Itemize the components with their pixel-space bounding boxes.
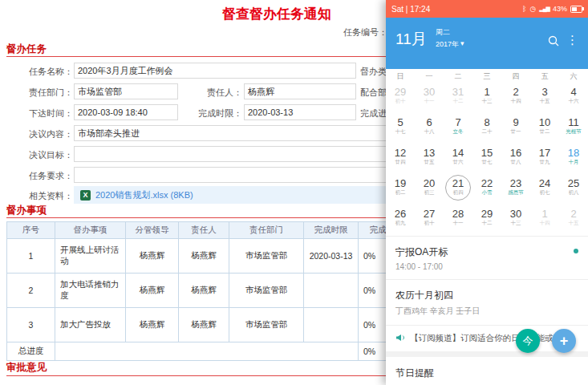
day-lunar-label: 立冬 <box>448 128 468 136</box>
deadline-label: 完成时限： <box>198 107 242 120</box>
day-lunar-label: 廿一 <box>505 128 526 136</box>
deadline-input[interactable] <box>244 104 356 120</box>
day-number: 30 <box>415 86 444 98</box>
search-icon[interactable] <box>548 35 559 50</box>
calendar-day[interactable]: 9廿一 <box>501 114 530 144</box>
task-no-label: 任务编号： <box>343 26 387 38</box>
add-event-button[interactable]: + <box>552 329 576 353</box>
event-title: 宁报OA开标 <box>395 245 578 259</box>
table-cell: 加大电话推销力度 <box>55 274 126 308</box>
calendar-day[interactable]: 1十四 <box>530 205 559 236</box>
requirement-label: 任务要求： <box>29 170 73 182</box>
event-time: 14:00 - 17:00 <box>395 262 578 271</box>
calendar-day[interactable]: 29初十 <box>386 83 415 114</box>
calendar-day[interactable]: 13廿五 <box>415 144 444 175</box>
holiday-reminder-header: 节日提醒 <box>386 357 588 385</box>
day-number: 24 <box>530 177 559 189</box>
calendar-day[interactable]: 23感恩节 <box>501 175 530 205</box>
calendar-day[interactable]: 14廿六 <box>444 144 472 175</box>
calendar-day[interactable]: 29十二 <box>472 205 501 236</box>
weekday-label: 六 <box>559 71 588 82</box>
table-header-cell: 责任部门 <box>229 222 304 239</box>
day-lunar-label: 初七 <box>534 189 555 197</box>
table-header-cell: 责任人 <box>179 222 229 239</box>
bluetooth-icon: ᛒ <box>522 5 526 13</box>
day-number: 19 <box>386 177 415 189</box>
day-lunar-label: 十四 <box>505 98 526 105</box>
excel-icon: X <box>80 190 91 201</box>
calendar-day[interactable]: 22小雪 <box>472 175 501 205</box>
day-lunar-label: 光棍节 <box>563 128 584 136</box>
calendar-day[interactable]: 26初九 <box>386 205 415 236</box>
day-lunar-label: 十月 <box>563 159 584 166</box>
calendar-day[interactable]: 12廿四 <box>386 144 415 175</box>
calendar-day[interactable]: 31十二 <box>444 83 472 114</box>
calendar-day[interactable]: 1十三 <box>472 83 501 114</box>
calendar-day[interactable]: 28十一 <box>444 205 472 236</box>
calendar-day[interactable]: 30十三 <box>501 205 530 236</box>
table-cell: 市场监管部 <box>229 274 304 308</box>
calendar-day[interactable]: 16廿八 <box>501 144 530 175</box>
day-number: 16 <box>501 147 530 159</box>
today-button[interactable]: 今 <box>516 329 540 353</box>
table-row: 2加大电话推销力度杨燕辉杨燕辉市场监管部0% <box>7 274 415 308</box>
calendar-day[interactable]: 18十月 <box>559 144 588 175</box>
calendar-day[interactable]: 15廿七 <box>472 144 501 175</box>
task-name-input[interactable] <box>74 63 356 79</box>
more-icon[interactable]: ⋮ <box>566 33 578 47</box>
day-lunar-label: 廿八 <box>505 159 526 166</box>
day-number: 25 <box>559 177 588 189</box>
battery-icon <box>570 6 582 13</box>
calendar-day[interactable]: 20初三 <box>415 175 444 205</box>
resp-dept-input[interactable] <box>74 83 178 99</box>
year-selector[interactable]: 2017年 ▾ <box>436 39 464 50</box>
calendar-day[interactable]: 27初十 <box>415 205 444 236</box>
day-lunar-label: 初四 <box>448 189 468 197</box>
battery-percent: 43% <box>553 5 567 13</box>
resp-person-input[interactable] <box>244 83 356 99</box>
calendar-day[interactable]: 24初七 <box>530 175 559 205</box>
day-number: 26 <box>386 208 415 220</box>
agenda-event-item[interactable]: 宁报OA开标 14:00 - 17:00 <box>386 237 588 280</box>
day-number: 11 <box>559 116 588 128</box>
calendar-day[interactable]: 21初四 <box>444 175 472 205</box>
calendar-day[interactable]: 4十六 <box>559 83 588 114</box>
table-cell: 2 <box>7 274 55 308</box>
calendar-day[interactable]: 30十一 <box>415 83 444 114</box>
weekday-label: 日 <box>386 71 415 82</box>
weekday-label: 二 <box>444 71 472 82</box>
weekday-label: 五 <box>530 71 559 82</box>
table-cell: 开展线上研讨活动 <box>55 239 126 274</box>
calendar-day[interactable]: 25初八 <box>559 175 588 205</box>
day-number: 15 <box>472 147 501 159</box>
calendar-day[interactable]: 17廿九 <box>530 144 559 175</box>
calendar-day[interactable]: 19初二 <box>386 175 415 205</box>
calendar-day[interactable]: 8二十 <box>472 114 501 144</box>
resp-dept-label: 责任部门： <box>29 87 73 99</box>
day-lunar-label: 廿六 <box>448 159 468 166</box>
calendar-day[interactable]: 2十四 <box>501 83 530 114</box>
day-number: 30 <box>501 208 530 220</box>
calendar-day[interactable]: 2十五 <box>559 205 588 236</box>
goal-label: 决议目标： <box>29 149 73 161</box>
calendar-day[interactable]: 6十八 <box>415 114 444 144</box>
day-number: 14 <box>444 147 472 159</box>
calendar-day[interactable]: 10廿二 <box>530 114 559 144</box>
day-lunar-label: 十二 <box>448 98 468 105</box>
calendar-day[interactable]: 5十七 <box>386 114 415 144</box>
day-number: 6 <box>415 116 444 128</box>
agenda-lunar-item[interactable]: 农历十月初四 丁酉鸡年 辛亥月 壬子日 <box>386 280 588 326</box>
day-number: 31 <box>444 86 472 98</box>
calendar-day[interactable]: 7立冬 <box>444 114 472 144</box>
calendar-day[interactable]: 3十五 <box>530 83 559 114</box>
weekday-row: 日一二三四五六 <box>386 69 588 83</box>
issue-time-input[interactable] <box>74 104 178 120</box>
total-label-cell: 总进度 <box>7 342 55 361</box>
table-header-cell: 督办事项 <box>55 222 126 239</box>
issue-time-label: 下达时间： <box>29 107 73 120</box>
day-number: 23 <box>501 177 530 189</box>
agenda-list: 宁报OA开标 14:00 - 17:00 农历十月初四 丁酉鸡年 辛亥月 壬子日… <box>386 236 588 385</box>
table-cell: 1 <box>7 239 55 274</box>
calendar-day[interactable]: 11光棍节 <box>559 114 588 144</box>
attachment-file-link[interactable]: 2020销售规划.xlsx (8KB) <box>95 189 193 201</box>
